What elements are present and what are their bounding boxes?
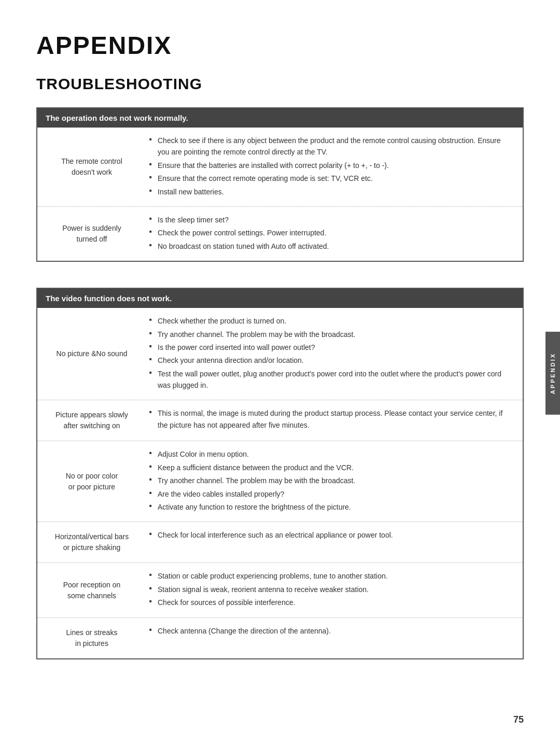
list-item: Activate any function to restore the bri… bbox=[149, 501, 512, 513]
list-item: Install new batteries. bbox=[149, 186, 512, 198]
list-item: Keep a sufficient distance between the p… bbox=[149, 462, 512, 473]
row-content: Adjust Color in menu option.Keep a suffi… bbox=[141, 441, 523, 522]
list-item: Station or cable product experiencing pr… bbox=[149, 570, 512, 582]
list-item: This is normal, the image is muted durin… bbox=[149, 407, 512, 431]
list-item: Check your antenna direction and/or loca… bbox=[149, 355, 512, 366]
list-item: Ensure that the correct remote operating… bbox=[149, 173, 512, 184]
table2-header: The video function does not work. bbox=[37, 289, 523, 308]
row-content: Is the sleep timer set?Check the power c… bbox=[141, 207, 523, 261]
list-item: Station signal is weak, reorient antenna… bbox=[149, 584, 512, 595]
table-row: No picture &No soundCheck whether the pr… bbox=[37, 308, 523, 400]
row-content: Check whether the product is turned on.T… bbox=[141, 308, 523, 400]
row-content: Check antenna (Change the direction of t… bbox=[141, 618, 523, 658]
table-video: The video function does not work. No pic… bbox=[36, 288, 524, 659]
table-row: Horizontal/vertical barsor picture shaki… bbox=[37, 522, 523, 562]
row-label: Lines or streaksin pictures bbox=[37, 618, 141, 658]
sidebar-tab: APPENDIX bbox=[545, 331, 560, 414]
row-label: No picture &No sound bbox=[37, 308, 141, 400]
list-item: Check to see if there is any object betw… bbox=[149, 135, 512, 158]
sidebar-label: APPENDIX bbox=[550, 352, 556, 393]
row-label: Power is suddenlyturned off bbox=[37, 207, 141, 261]
list-item: Adjust Color in menu option. bbox=[149, 448, 512, 460]
row-label: Picture appears slowlyafter switching on bbox=[37, 400, 141, 441]
row-label: The remote controldoesn't work bbox=[37, 128, 141, 206]
list-item: Is the power cord inserted into wall pow… bbox=[149, 342, 512, 353]
table-row: Picture appears slowlyafter switching on… bbox=[37, 400, 523, 441]
list-item: Check the power control settings. Power … bbox=[149, 227, 512, 238]
row-content: Station or cable product experiencing pr… bbox=[141, 563, 523, 617]
table-row: Lines or streaksin picturesCheck antenna… bbox=[37, 617, 523, 658]
table-operation: The operation does not work normally. Th… bbox=[36, 107, 524, 262]
list-item: Check for sources of possible interferen… bbox=[149, 597, 512, 608]
list-item: Check whether the product is turned on. bbox=[149, 315, 512, 327]
row-label: No or poor coloror poor picture bbox=[37, 441, 141, 522]
row-content: Check to see if there is any object betw… bbox=[141, 128, 523, 206]
list-item: Check for local interference such as an … bbox=[149, 529, 512, 541]
list-item: No broadcast on station tuned with Auto … bbox=[149, 241, 512, 252]
list-item: Try another channel. The problem may be … bbox=[149, 329, 512, 340]
row-content: This is normal, the image is muted durin… bbox=[141, 400, 523, 441]
row-label: Poor reception onsome channels bbox=[37, 563, 141, 617]
table-row: The remote controldoesn't workCheck to s… bbox=[37, 128, 523, 206]
row-label: Horizontal/vertical barsor picture shaki… bbox=[37, 522, 141, 562]
list-item: Ensure that the batteries are installed … bbox=[149, 160, 512, 171]
list-item: Check antenna (Change the direction of t… bbox=[149, 625, 512, 637]
section-title: TROUBLESHOOTING bbox=[36, 75, 524, 93]
list-item: Try another channel. The problem may be … bbox=[149, 475, 512, 486]
list-item: Is the sleep timer set? bbox=[149, 214, 512, 226]
table-row: No or poor coloror poor pictureAdjust Co… bbox=[37, 441, 523, 522]
list-item: Are the video cables installed properly? bbox=[149, 488, 512, 500]
table-row: Power is suddenlyturned offIs the sleep … bbox=[37, 206, 523, 261]
table1-header: The operation does not work normally. bbox=[37, 108, 523, 128]
table-row: Poor reception onsome channelsStation or… bbox=[37, 562, 523, 617]
list-item: Test the wall power outlet, plug another… bbox=[149, 368, 512, 391]
page-number: 75 bbox=[513, 714, 524, 725]
page-title: APPENDIX bbox=[36, 31, 524, 60]
row-content: Check for local interference such as an … bbox=[141, 522, 523, 562]
